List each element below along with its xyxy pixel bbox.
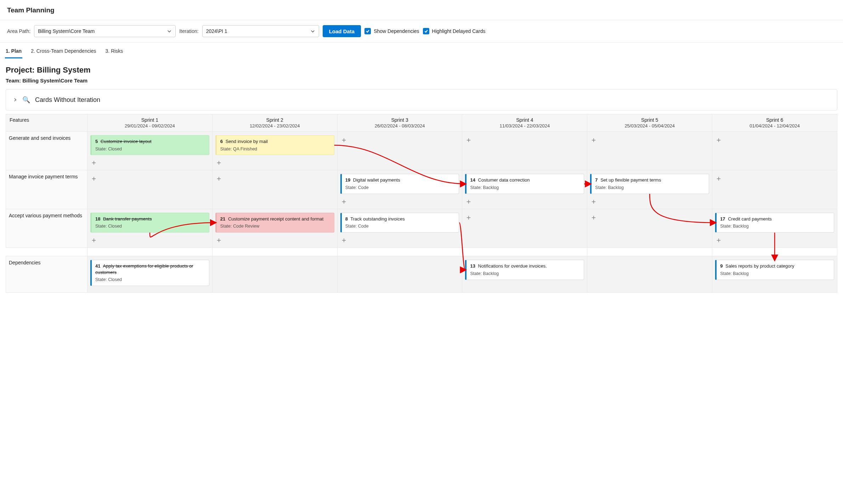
plus-icon: [591, 215, 596, 220]
card-6[interactable]: 6 Send invoice by mail State: QA Finishe…: [215, 135, 334, 155]
plus-icon: [591, 199, 596, 204]
toolbar: Area Path: Billing System\Core Team Iter…: [0, 20, 843, 42]
card-state: State: Backlog: [595, 185, 705, 191]
add-card-button[interactable]: [590, 137, 597, 144]
card-title: Notifications for overdue invoices.: [478, 263, 547, 269]
sprint-name: Sprint 2: [215, 117, 335, 123]
card-id: 9: [720, 263, 723, 269]
card-21[interactable]: 21 Customize payment receipt content and…: [215, 213, 334, 233]
add-card-button[interactable]: [90, 175, 97, 182]
sprint-name: Sprint 5: [589, 117, 710, 123]
sprint-header-2: Sprint 2 12/02/2024 - 23/02/2024: [212, 114, 337, 132]
card-title: Set up flexible payment terms: [600, 177, 661, 183]
add-card-button[interactable]: [340, 237, 347, 244]
add-card-button[interactable]: [590, 214, 597, 221]
card-state: State: Code Review: [220, 223, 330, 229]
card-id: 17: [720, 216, 725, 222]
add-card-button[interactable]: [215, 175, 222, 182]
add-card-button[interactable]: [215, 237, 222, 244]
highlight-delayed-checkbox[interactable]: Highlight Delayed Cards: [423, 28, 486, 34]
plus-icon: [341, 238, 346, 243]
add-card-button[interactable]: [715, 237, 722, 244]
card-state: State: Code: [345, 185, 456, 191]
cards-without-iteration-panel[interactable]: 🔍 Cards Without Iteration: [6, 89, 837, 110]
planning-board: Features Sprint 1 29/01/2024 - 09/02/202…: [6, 114, 837, 293]
plus-icon: [716, 138, 721, 143]
sprint-name: Sprint 6: [714, 117, 835, 123]
card-state: State: Closed: [95, 146, 205, 152]
page-title: Team Planning: [0, 0, 843, 20]
add-card-button[interactable]: [590, 198, 597, 205]
plus-icon: [216, 176, 221, 181]
card-5[interactable]: 5 Customize invoice layout State: Closed: [90, 135, 209, 155]
card-state: State: Code: [345, 223, 456, 229]
highlight-delayed-label: Highlight Delayed Cards: [432, 28, 486, 34]
card-title: Bank transfer payments: [103, 216, 152, 222]
card-8[interactable]: 8 Track outstanding invoices State: Code: [340, 213, 459, 233]
card-title: Track outstanding invoices: [350, 216, 404, 222]
chevron-down-icon: [167, 29, 172, 34]
cards-without-iteration-label: Cards Without Iteration: [35, 96, 100, 104]
plus-icon: [341, 199, 346, 204]
card-title: Customize payment receipt content and fo…: [228, 216, 324, 222]
show-dependencies-checkbox[interactable]: Show Dependencies: [364, 28, 419, 34]
add-card-button[interactable]: [465, 214, 472, 221]
tab-risks[interactable]: 3. Risks: [105, 46, 124, 58]
plus-icon: [716, 176, 721, 181]
tab-plan[interactable]: 1. Plan: [5, 46, 22, 58]
plus-icon: [91, 238, 96, 243]
add-card-button[interactable]: [215, 159, 222, 166]
plus-icon: [341, 138, 346, 143]
card-id: 41: [95, 263, 100, 269]
card-title: Send invoice by mail: [226, 139, 268, 144]
card-id: 6: [220, 139, 223, 144]
add-card-button[interactable]: [340, 198, 347, 205]
card-7[interactable]: 7 Set up flexible payment terms State: B…: [590, 174, 709, 194]
tab-bar: 1. Plan 2. Cross-Team Dependencies 3. Ri…: [0, 42, 843, 58]
chevron-down-icon: [310, 29, 315, 34]
sprint-name: Sprint 3: [340, 117, 460, 123]
card-14[interactable]: 14 Costumer data correction State: Backl…: [465, 174, 584, 194]
sprint-dates: 25/03/2024 - 05/04/2024: [624, 123, 675, 128]
card-13[interactable]: 13 Notifications for overdue invoices. S…: [465, 260, 584, 280]
plus-icon: [591, 138, 596, 143]
card-id: 21: [220, 216, 225, 222]
card-state: State: QA Finished: [220, 146, 330, 152]
card-9[interactable]: 9 Sales reports by product category Stat…: [715, 260, 834, 280]
add-card-button[interactable]: [465, 198, 472, 205]
checkbox-checked-icon: [423, 28, 429, 34]
checkbox-checked-icon: [364, 28, 371, 34]
iteration-select[interactable]: 2024\PI 1: [202, 25, 319, 37]
sprint-dates: 12/02/2024 - 23/02/2024: [250, 123, 300, 128]
card-id: 18: [95, 216, 100, 222]
card-18[interactable]: 18 Bank transfer payments State: Closed: [90, 213, 209, 233]
plus-icon: [466, 138, 471, 143]
add-card-button[interactable]: [465, 137, 472, 144]
plus-icon: [91, 176, 96, 181]
tab-cross-team-dependencies[interactable]: 2. Cross-Team Dependencies: [30, 46, 97, 58]
card-id: 7: [595, 177, 598, 183]
add-card-button[interactable]: [90, 237, 97, 244]
card-19[interactable]: 19 Digital wallet payments State: Code: [340, 174, 459, 194]
card-17[interactable]: 17 Credit card payments State: Backlog: [715, 213, 834, 233]
plus-icon: [466, 215, 471, 220]
card-title: Digital wallet payments: [353, 177, 400, 183]
sprint-dates: 01/04/2024 - 12/04/2024: [749, 123, 800, 128]
card-title: Costumer data correction: [478, 177, 530, 183]
plus-icon: [216, 160, 221, 165]
card-title: Credit card payments: [728, 216, 772, 222]
add-card-button[interactable]: [715, 175, 722, 182]
project-title: Project: Billing System: [6, 65, 837, 75]
sprint-dates: 11/03/2024 - 22/03/2024: [500, 123, 550, 128]
card-id: 13: [470, 263, 475, 269]
team-subtitle: Team: Billing System\Core Team: [6, 78, 837, 84]
add-card-button[interactable]: [340, 137, 347, 144]
area-path-select[interactable]: Billing System\Core Team: [34, 25, 176, 37]
iteration-value: 2024\PI 1: [206, 28, 227, 34]
load-data-button[interactable]: Load Data: [323, 25, 361, 37]
iteration-label: Iteration:: [179, 28, 198, 34]
add-card-button[interactable]: [90, 159, 97, 166]
add-card-button[interactable]: [715, 137, 722, 144]
card-title: Apply tax exemptions for eligible produc…: [95, 263, 193, 275]
card-41[interactable]: 41 Apply tax exemptions for eligible pro…: [90, 260, 209, 286]
